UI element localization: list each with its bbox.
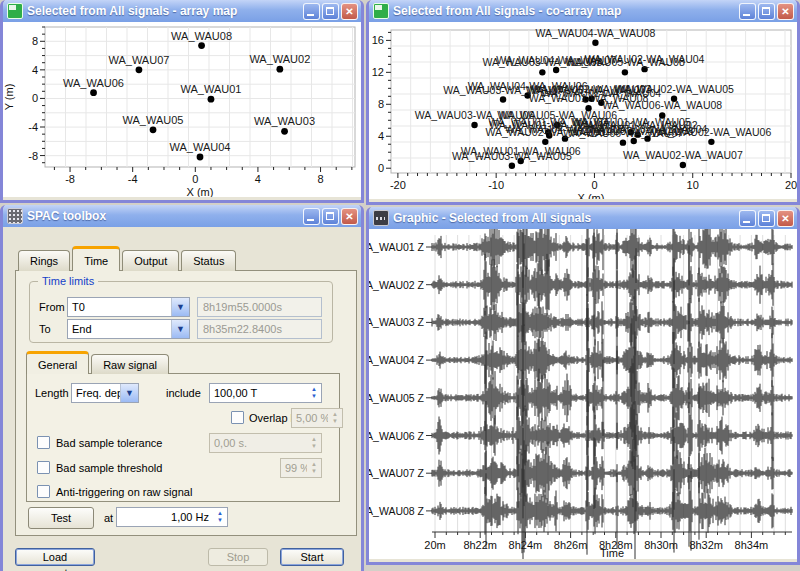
test-frequency-spinbox[interactable]: 1,00 Hz ▲▼ bbox=[116, 507, 228, 527]
to-time-field: 8h35m22.8400s bbox=[197, 319, 322, 339]
data-point bbox=[281, 128, 288, 135]
minimize-icon[interactable] bbox=[739, 3, 756, 20]
spac-dialog-body: Rings Time Output Status Time limits Fro… bbox=[3, 227, 361, 571]
titlebar-array-map[interactable]: Selected from All signals - array map bbox=[3, 0, 361, 22]
chevron-down-icon[interactable]: ▼ bbox=[171, 320, 189, 338]
tick-label: 10 bbox=[687, 179, 699, 191]
point-label: WA_WAU02-WA_WAU07 bbox=[623, 149, 743, 161]
y-axis-label: Y (m) bbox=[3, 84, 15, 111]
data-point bbox=[539, 69, 545, 75]
tick-label: 8h34m bbox=[735, 539, 769, 551]
tab-status[interactable]: Status bbox=[181, 250, 236, 271]
trace-label: WA_WAU07 Z bbox=[369, 467, 425, 479]
close-icon[interactable] bbox=[341, 3, 358, 20]
data-point bbox=[592, 40, 598, 46]
point-label: WA_WAU03 bbox=[254, 115, 315, 127]
spinner-arrows-icon[interactable]: ▲▼ bbox=[307, 386, 321, 400]
tick-label: 12 bbox=[372, 66, 384, 78]
array-map-plot[interactable]: -8-4048-8-4048X (m)Y (m)WA_WAU01WA_WAU02… bbox=[3, 22, 361, 197]
x-axis-label: Time bbox=[600, 547, 624, 559]
data-point bbox=[198, 42, 205, 49]
overlap-value: 5,00 % bbox=[292, 412, 328, 424]
point-label: WA_WAU05-WA_WAU08 bbox=[565, 56, 685, 68]
tab-general[interactable]: General bbox=[26, 351, 89, 374]
close-icon[interactable] bbox=[341, 208, 358, 225]
overlap-spinbox: 5,00 % ▲▼ bbox=[291, 408, 343, 428]
to-combo[interactable]: End ▼ bbox=[67, 319, 190, 339]
tick-label: -4 bbox=[128, 173, 138, 185]
data-point bbox=[622, 69, 628, 75]
graphic-window-icon bbox=[373, 210, 389, 226]
data-point bbox=[197, 154, 204, 161]
overlap-checkbox[interactable] bbox=[231, 411, 244, 424]
map-window-icon bbox=[7, 3, 23, 19]
data-point bbox=[631, 138, 637, 144]
maximize-icon[interactable] bbox=[322, 208, 339, 225]
window-array-map: Selected from All signals - array map -8… bbox=[0, 0, 364, 203]
chevron-down-icon[interactable]: ▼ bbox=[171, 298, 189, 316]
tick-label: 20m bbox=[424, 539, 445, 551]
tick-label: -20 bbox=[390, 179, 406, 191]
minimize-icon[interactable] bbox=[303, 3, 320, 20]
bad-sample-threshold-checkbox[interactable] bbox=[37, 461, 50, 474]
maximize-icon[interactable] bbox=[758, 210, 775, 227]
desktop: { "theme": { "titlebar_blue": "#8fb0ec",… bbox=[0, 0, 800, 571]
length-combo[interactable]: Freq. dep. ▼ bbox=[71, 383, 139, 403]
close-icon[interactable] bbox=[777, 210, 794, 227]
minimize-icon[interactable] bbox=[739, 210, 756, 227]
close-icon[interactable] bbox=[777, 3, 794, 20]
data-point bbox=[680, 162, 686, 168]
chevron-down-icon[interactable]: ▼ bbox=[120, 384, 138, 402]
bad-sample-threshold-spinbox: 99 % ▲▼ bbox=[280, 458, 322, 478]
load-parameters-button[interactable]: Load parameters bbox=[15, 548, 95, 566]
point-label: WA_WAU06-WA_WAU08 bbox=[602, 99, 722, 111]
window-title: Graphic - Selected from All signals bbox=[393, 211, 735, 225]
maximize-icon[interactable] bbox=[758, 3, 775, 20]
tab-raw-signal[interactable]: Raw signal bbox=[91, 354, 169, 374]
test-button[interactable]: Test bbox=[28, 507, 94, 529]
tick-label: 8 bbox=[378, 98, 384, 110]
tab-output[interactable]: Output bbox=[122, 250, 179, 271]
data-point bbox=[708, 139, 714, 145]
tick-label: 8h22m bbox=[463, 539, 497, 551]
window-title: Selected from All signals - array map bbox=[27, 4, 299, 18]
data-point bbox=[276, 66, 283, 73]
tick-label: 20 bbox=[785, 179, 797, 191]
trace-label: WA_WAU04 Z bbox=[369, 354, 425, 366]
bad-sample-tolerance-checkbox[interactable] bbox=[37, 436, 50, 449]
window-title: Selected from All signals - co-array map bbox=[393, 4, 735, 18]
data-point bbox=[208, 96, 215, 103]
trace-label: WA_WAU01 Z bbox=[369, 241, 425, 253]
point-label: WA_WAU01 bbox=[180, 83, 241, 95]
anti-triggering-label: Anti-triggering on raw signal bbox=[56, 482, 192, 502]
tick-label: 16 bbox=[372, 34, 384, 46]
tick-label: 0 bbox=[591, 179, 597, 191]
tab-time[interactable]: Time bbox=[72, 246, 120, 271]
start-button[interactable]: Start bbox=[280, 548, 344, 566]
bad-sample-threshold-label: Bad sample threshold bbox=[56, 458, 162, 478]
maximize-icon[interactable] bbox=[322, 3, 339, 20]
titlebar-spac-toolbox[interactable]: SPAC toolbox bbox=[3, 205, 361, 227]
tick-label: 4 bbox=[32, 64, 38, 76]
data-point bbox=[509, 163, 515, 169]
tab-rings[interactable]: Rings bbox=[18, 250, 70, 271]
length-combo-value: Freq. dep. bbox=[72, 387, 120, 399]
test-frequency-value: 1,00 Hz bbox=[117, 511, 213, 523]
spinner-arrows-icon[interactable]: ▲▼ bbox=[213, 510, 227, 524]
point-label: WA_WAU06 bbox=[63, 77, 124, 89]
co-array-map-plot[interactable]: -20-10010200481216X (m)Y (m)WA_WAU01-WA_… bbox=[369, 22, 797, 199]
trace-label: WA_WAU06 Z bbox=[369, 430, 425, 442]
seismogram-plot[interactable]: WA_WAU01 ZWA_WAU02 ZWA_WAU03 ZWA_WAU04 Z… bbox=[369, 229, 797, 559]
tick-label: 8h32m bbox=[689, 539, 723, 551]
titlebar-co-array-map[interactable]: Selected from All signals - co-array map bbox=[369, 0, 797, 22]
data-point bbox=[500, 96, 506, 102]
spinner-arrows-icon: ▲▼ bbox=[307, 436, 321, 450]
signal-tab-bar: General Raw signal bbox=[26, 351, 171, 374]
minimize-icon[interactable] bbox=[303, 208, 320, 225]
anti-triggering-checkbox[interactable] bbox=[37, 485, 50, 498]
data-point bbox=[90, 89, 97, 96]
from-combo[interactable]: T0 ▼ bbox=[67, 297, 190, 317]
time-limits-legend: Time limits bbox=[38, 275, 98, 287]
titlebar-graphic[interactable]: Graphic - Selected from All signals bbox=[369, 207, 797, 229]
include-spinbox[interactable]: 100,00 T ▲▼ bbox=[209, 383, 322, 403]
